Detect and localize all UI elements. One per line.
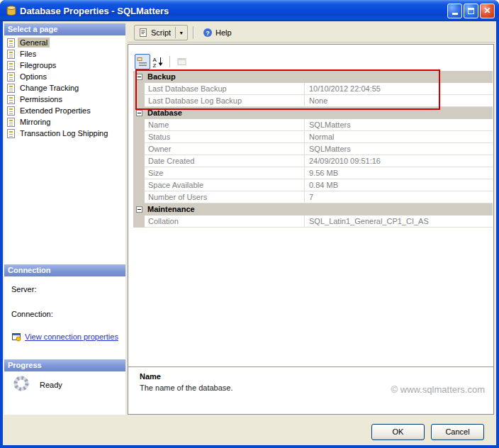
script-dropdown-arrow-icon[interactable]: ▼ xyxy=(179,30,184,35)
window-controls: ✕ xyxy=(446,4,495,18)
grid-margin xyxy=(133,215,145,228)
sidebar: Select a page General Files Filegroups O… xyxy=(4,23,125,415)
property-value: Normal xyxy=(305,131,493,143)
property-value: SQLMatters xyxy=(305,143,493,155)
page-icon xyxy=(7,84,15,93)
az-sort-icon: A Z xyxy=(152,56,164,67)
category-row-maintenance[interactable]: Maintenance xyxy=(133,203,493,215)
property-name: Size xyxy=(145,167,305,179)
dialog-client-area: Select a page General Files Filegroups O… xyxy=(3,21,496,445)
property-name: Collation xyxy=(145,215,305,228)
server-label: Server: xyxy=(11,285,36,293)
grid-margin xyxy=(133,107,145,119)
sidebar-item-transaction-log-shipping[interactable]: Transaction Log Shipping xyxy=(4,128,125,139)
help-button-label: Help xyxy=(215,28,232,37)
script-button-label: Script xyxy=(151,28,171,37)
select-a-page-header: Select a page xyxy=(4,23,125,35)
sidebar-item-permissions[interactable]: Permissions xyxy=(4,94,125,105)
property-value: 9.56 MB xyxy=(305,167,493,179)
grid-margin xyxy=(133,71,145,83)
alphabetical-sort-button[interactable]: A Z xyxy=(150,54,166,69)
database-properties-window: Database Properties - SQLMatters ✕ Selec… xyxy=(0,0,499,448)
property-row-last-database-log-backup[interactable]: Last Database Log Backup None xyxy=(133,95,493,107)
property-name: Owner xyxy=(145,143,305,155)
script-button[interactable]: Script ▼ xyxy=(134,25,188,40)
page-label: Filegroups xyxy=(18,60,58,70)
property-value: None xyxy=(305,95,493,107)
sidebar-item-change-tracking[interactable]: Change Tracking xyxy=(4,82,125,94)
page-icon xyxy=(7,129,15,138)
category-label: Maintenance xyxy=(145,203,195,215)
grid-margin xyxy=(133,203,145,215)
progress-header: Progress xyxy=(4,359,125,371)
grid-margin xyxy=(133,167,145,179)
page-icon xyxy=(7,50,15,59)
maximize-button[interactable] xyxy=(464,4,478,18)
minimize-button[interactable] xyxy=(447,4,462,18)
progress-panel: Ready xyxy=(4,371,125,415)
collapse-minus-icon[interactable] xyxy=(136,206,142,213)
category-row-backup[interactable]: Backup xyxy=(133,71,493,83)
property-value: SQLMatters xyxy=(305,119,493,131)
sidebar-item-extended-properties[interactable]: Extended Properties xyxy=(4,105,125,116)
help-button[interactable]: ? Help xyxy=(199,25,235,40)
connection-panel: Server: Connection: View connection prop… xyxy=(4,276,125,359)
collapse-minus-icon[interactable] xyxy=(136,74,142,80)
property-name: Status xyxy=(145,131,305,143)
general-page-panel: A Z xyxy=(128,44,494,415)
property-row-number-of-users[interactable]: Number of Users 7 xyxy=(133,191,493,203)
sidebar-item-options[interactable]: Options xyxy=(4,71,125,82)
minimize-icon xyxy=(452,13,458,15)
sidebar-item-files[interactable]: Files xyxy=(4,48,125,60)
page-label: Transaction Log Shipping xyxy=(18,128,110,138)
page-label: Change Tracking xyxy=(18,83,81,93)
property-row-status[interactable]: Status Normal xyxy=(133,131,493,143)
page-icon xyxy=(7,72,15,82)
property-row-date-created[interactable]: Date Created 24/09/2010 09:51:16 xyxy=(133,155,493,167)
link-label: View connection properties xyxy=(25,332,118,341)
connection-label: Connection: xyxy=(11,310,53,318)
svg-text:Z: Z xyxy=(153,62,157,68)
property-name: Last Database Log Backup xyxy=(145,95,305,107)
sidebar-item-mirroring[interactable]: Mirroring xyxy=(4,116,125,128)
categorized-icon xyxy=(137,56,148,67)
close-button[interactable]: ✕ xyxy=(480,4,495,18)
property-row-collation[interactable]: Collation SQL_Latin1_General_CP1_CI_AS xyxy=(133,215,493,228)
page-label: Options xyxy=(18,72,49,82)
page-icon xyxy=(7,61,15,70)
property-row-last-database-backup[interactable]: Last Database Backup 10/10/2012 22:04:55 xyxy=(133,83,493,95)
grid-margin xyxy=(133,131,145,143)
page-label: Permissions xyxy=(18,94,65,104)
sidebar-item-general[interactable]: General xyxy=(4,37,125,48)
grid-margin xyxy=(133,95,145,107)
collapse-minus-icon[interactable] xyxy=(136,110,142,116)
svg-text:?: ? xyxy=(206,30,210,37)
property-row-space-available[interactable]: Space Available 0.84 MB xyxy=(133,179,493,191)
grid-toolbar-separator xyxy=(169,56,171,67)
property-name: Last Database Backup xyxy=(145,83,305,95)
property-row-name[interactable]: Name SQLMatters xyxy=(133,119,493,131)
grid-margin xyxy=(133,179,145,191)
watermark: © www.sqlmatters.com xyxy=(391,384,485,395)
category-label: Database xyxy=(145,107,182,119)
title-bar[interactable]: Database Properties - SQLMatters ✕ xyxy=(0,0,499,21)
property-name: Name xyxy=(145,119,305,131)
page-label: Mirroring xyxy=(18,117,52,127)
property-pages-icon xyxy=(176,56,188,67)
script-dropdown-separator xyxy=(175,27,176,38)
category-row-database[interactable]: Database xyxy=(133,107,493,119)
cancel-button[interactable]: Cancel xyxy=(431,424,484,440)
categorized-button[interactable] xyxy=(135,54,150,69)
property-row-size[interactable]: Size 9.56 MB xyxy=(133,167,493,179)
property-value: 10/10/2012 22:04:55 xyxy=(305,83,493,95)
property-row-owner[interactable]: Owner SQLMatters xyxy=(133,143,493,155)
ok-button[interactable]: OK xyxy=(371,424,425,440)
main-toolbar: Script ▼ ? Help xyxy=(128,23,495,43)
property-name: Date Created xyxy=(145,155,305,167)
view-connection-properties-link[interactable]: View connection properties xyxy=(11,332,118,342)
grid-margin xyxy=(133,119,145,131)
grid-margin xyxy=(133,191,145,203)
property-value: 0.84 MB xyxy=(305,179,493,191)
sidebar-item-filegroups[interactable]: Filegroups xyxy=(4,60,125,71)
page-label: General xyxy=(18,38,50,47)
